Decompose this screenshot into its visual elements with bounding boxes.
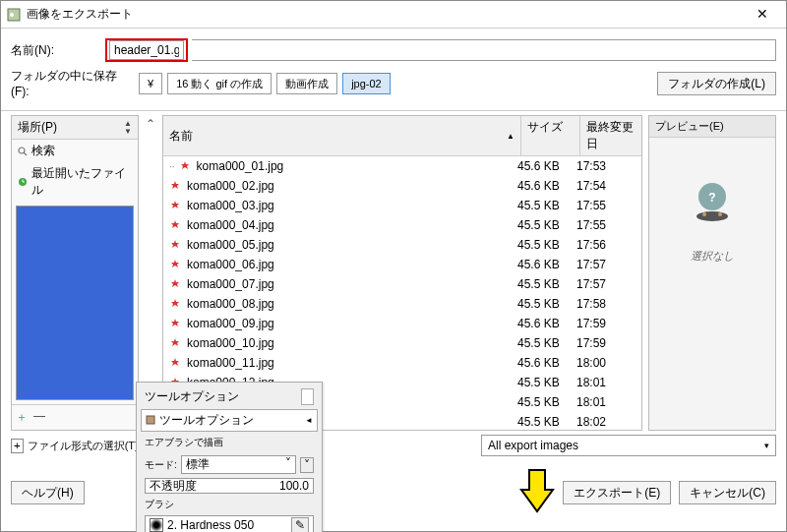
- file-size: 45.5 KB: [517, 376, 576, 389]
- header-name[interactable]: 名前 ▲: [163, 116, 521, 155]
- filename-input[interactable]: [109, 40, 184, 60]
- preview-placeholder-icon: ?: [688, 177, 737, 229]
- file-date: 17:59: [576, 336, 636, 350]
- file-icon: [169, 318, 183, 329]
- table-row[interactable]: koma000_10.jpg45.5 KB17:59: [163, 333, 641, 353]
- table-row[interactable]: koma000_04.jpg45.5 KB17:55: [163, 215, 641, 235]
- file-icon: [169, 357, 183, 369]
- svg-point-1: [10, 13, 14, 17]
- file-size: 45.6 KB: [517, 356, 576, 370]
- svg-marker-14: [171, 299, 179, 307]
- header-size[interactable]: サイズ: [521, 116, 580, 155]
- main-area: 場所(P) ▲▼ 検索 最近開いたファイル ＋ — ⌃ ⌄: [1, 115, 786, 431]
- table-row[interactable]: koma000_06.jpg45.6 KB17:57: [163, 255, 641, 274]
- file-size: 45.5 KB: [517, 277, 576, 291]
- header-date[interactable]: 最終変更日: [580, 116, 641, 155]
- file-icon: [169, 259, 183, 270]
- chevron-down-icon: ˅: [285, 456, 291, 473]
- places-item-recent[interactable]: 最近開いたファイル: [12, 162, 138, 202]
- mode-select[interactable]: 標準 ˅: [181, 455, 296, 474]
- svg-text:?: ?: [708, 191, 715, 205]
- thumbnail-preview: [16, 206, 134, 400]
- file-icon: [169, 219, 183, 231]
- file-date: 18:00: [576, 356, 636, 370]
- save-in-folder-row: フォルダの中に保存(F): ¥ 16 動く gif の作成 動画作成 jpg-0…: [1, 68, 786, 106]
- places-header[interactable]: 場所(P) ▲▼: [12, 116, 138, 140]
- close-button[interactable]: ✕: [745, 4, 780, 26]
- export-button[interactable]: エクスポート(E): [563, 481, 671, 504]
- prefix-icon: ··: [169, 161, 175, 172]
- path-segment-root[interactable]: ¥: [139, 73, 162, 94]
- file-name: koma000_02.jpg: [187, 179, 517, 193]
- save-in-folder-label: フォルダの中に保存(F):: [11, 68, 134, 98]
- filename-row: 名前(N):: [1, 29, 786, 68]
- filename-highlight: [105, 38, 188, 62]
- svg-rect-25: [147, 416, 154, 424]
- file-size: 45.6 KB: [517, 179, 576, 193]
- file-date: 17:54: [576, 179, 636, 193]
- places-add-button[interactable]: ＋: [16, 409, 28, 426]
- file-date: 17:56: [576, 238, 636, 252]
- brush-edit-icon[interactable]: ✎: [291, 517, 309, 532]
- table-row[interactable]: koma000_02.jpg45.6 KB17:54: [163, 176, 641, 196]
- chevron-down-icon: ▾: [764, 441, 769, 450]
- table-row[interactable]: koma000_03.jpg45.5 KB17:55: [163, 196, 641, 215]
- file-size: 45.5 KB: [517, 395, 576, 409]
- table-row[interactable]: koma000_09.jpg45.6 KB17:59: [163, 314, 641, 333]
- mode-label: モード:: [145, 458, 177, 472]
- places-panel: 場所(P) ▲▼ 検索 最近開いたファイル ＋ —: [11, 115, 139, 431]
- tool-options-title: ツールオプション: [145, 388, 239, 405]
- brush-selector[interactable]: 2. Hardness 050 ✎: [145, 515, 314, 532]
- opacity-slider[interactable]: 不透明度 100.0: [145, 478, 314, 494]
- path-segment-1[interactable]: 16 動く gif の作成: [167, 73, 272, 94]
- panel-close-icon[interactable]: [301, 388, 314, 405]
- create-folder-button[interactable]: フォルダの作成(L): [657, 72, 776, 95]
- table-row[interactable]: koma000_05.jpg45.5 KB17:56: [163, 235, 641, 255]
- file-date: 17:53: [576, 159, 636, 173]
- file-size: 45.5 KB: [517, 238, 576, 252]
- file-size: 45.5 KB: [517, 415, 576, 429]
- scroll-up-icon[interactable]: ⌃: [145, 117, 156, 131]
- file-name: koma000_08.jpg: [187, 297, 517, 311]
- svg-marker-10: [171, 220, 179, 228]
- sort-icon: ▲▼: [124, 120, 132, 136]
- file-size: 45.6 KB: [517, 258, 576, 271]
- file-icon: [169, 180, 183, 192]
- preview-panel: プレビュー(E) ? 選択なし: [648, 115, 776, 431]
- file-date: 18:01: [576, 376, 636, 389]
- filename-input-extension[interactable]: [192, 39, 776, 61]
- search-icon: [18, 147, 28, 156]
- expand-filetype-icon[interactable]: +: [11, 439, 24, 453]
- svg-point-23: [718, 212, 722, 216]
- file-icon: [169, 278, 183, 290]
- panel-arrow-left-icon[interactable]: ◄: [305, 416, 313, 425]
- export-filter-dropdown[interactable]: All export images ▾: [481, 435, 776, 456]
- table-row[interactable]: koma000_07.jpg45.5 KB17:57: [163, 274, 641, 294]
- svg-marker-12: [171, 260, 179, 267]
- places-add-remove: ＋ —: [12, 404, 138, 430]
- airbrush-label: エアブラシで描画: [145, 436, 223, 449]
- places-remove-button[interactable]: —: [33, 409, 45, 426]
- help-button[interactable]: ヘルプ(H): [11, 481, 85, 504]
- svg-point-22: [702, 212, 706, 216]
- path-segment-3[interactable]: jpg-02: [342, 73, 391, 94]
- svg-marker-17: [171, 358, 179, 366]
- file-date: 17:58: [576, 297, 636, 311]
- file-name: koma000_11.jpg: [187, 356, 517, 370]
- file-name: koma000_10.jpg: [187, 336, 517, 350]
- file-size: 45.5 KB: [517, 297, 576, 311]
- filetype-row: + ファイル形式の選択(T) 情報による All export images ▾: [1, 431, 786, 460]
- places-item-search[interactable]: 検索: [12, 140, 138, 162]
- filename-label: 名前(N):: [11, 42, 99, 59]
- mode-extra-button[interactable]: ˅: [300, 457, 314, 473]
- path-segment-2[interactable]: 動画作成: [276, 73, 337, 94]
- table-row[interactable]: koma000_08.jpg45.5 KB17:58: [163, 294, 641, 314]
- callout-arrow-icon: [512, 468, 555, 517]
- file-name: koma000_09.jpg: [187, 317, 517, 330]
- table-row[interactable]: ··koma000_01.jpg45.6 KB17:53: [163, 156, 641, 176]
- table-row[interactable]: koma000_11.jpg45.6 KB18:00: [163, 353, 641, 373]
- file-icon: [169, 337, 183, 349]
- file-name: koma000_07.jpg: [187, 277, 517, 291]
- tool-options-panel[interactable]: ツールオプション ツールオプション ◄ エアブラシで描画 モード: 標準 ˅ ˅…: [136, 382, 323, 532]
- cancel-button[interactable]: キャンセル(C): [679, 481, 776, 504]
